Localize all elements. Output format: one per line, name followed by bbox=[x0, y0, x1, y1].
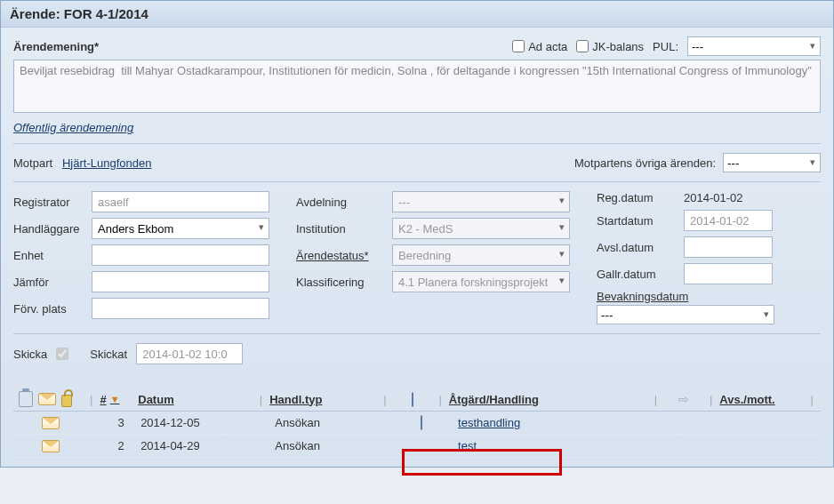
envelope-icon bbox=[42, 417, 60, 429]
col-atgard[interactable]: Åtgärd/Handling bbox=[449, 393, 647, 406]
arendemening-label: Ärendemening* bbox=[13, 40, 99, 53]
ad-acta-input[interactable] bbox=[512, 40, 525, 52]
registrator-label: Registrator bbox=[13, 196, 84, 209]
row-typ: Ansökan bbox=[275, 439, 384, 452]
motpart-other-select[interactable] bbox=[723, 153, 821, 172]
klass-label: Klassificering bbox=[296, 276, 385, 289]
window-title: Ärende: FOR 4-1/2014 bbox=[10, 6, 148, 21]
lock-icon[interactable] bbox=[61, 395, 72, 407]
trash-icon[interactable] bbox=[19, 391, 33, 407]
offentlig-link[interactable]: Offentlig ärendemening bbox=[13, 121, 133, 134]
avsldatum-label: Avsl.datum bbox=[597, 241, 677, 254]
col-handltyp[interactable]: Handl.typ bbox=[269, 393, 376, 406]
col-datum[interactable]: Datum bbox=[138, 393, 253, 406]
ad-acta-checkbox[interactable]: Ad acta bbox=[512, 40, 567, 53]
table-header: | # ▼ Datum | Handl.typ | | Åtgärd/Handl… bbox=[13, 388, 821, 412]
envelope-header-icon[interactable] bbox=[38, 393, 56, 405]
row-title-link[interactable]: test bbox=[458, 439, 477, 452]
institution-select[interactable] bbox=[392, 218, 570, 239]
row-num: 2 bbox=[101, 439, 140, 452]
pul-select[interactable] bbox=[687, 36, 821, 56]
jk-balans-label: JK-balans bbox=[592, 40, 644, 53]
startdatum-input[interactable] bbox=[684, 210, 773, 231]
skicka-row: Skicka Skickat bbox=[13, 343, 821, 364]
jk-balans-checkbox[interactable]: JK-balans bbox=[576, 40, 644, 53]
arrow-header-icon: ⇨ bbox=[678, 392, 689, 406]
avsldatum-input[interactable] bbox=[684, 236, 773, 258]
jk-balans-input[interactable] bbox=[576, 40, 589, 52]
description-textarea[interactable]: Beviljat resebidrag till Mahyar Ostadkar… bbox=[13, 60, 821, 113]
row-date: 2014-12-05 bbox=[140, 416, 258, 429]
avdelning-label: Avdelning bbox=[296, 196, 385, 209]
handlaggare-label: Handläggare bbox=[13, 222, 84, 236]
startdatum-label: Startdatum bbox=[597, 214, 677, 228]
forv-input[interactable] bbox=[92, 298, 269, 319]
gallrdatum-label: Gallr.datum bbox=[597, 268, 677, 281]
status-select[interactable] bbox=[392, 244, 570, 266]
skickat-input[interactable] bbox=[136, 343, 243, 364]
gallrdatum-input[interactable] bbox=[684, 263, 773, 284]
form-section: Registrator Handläggare Enhet Jämför bbox=[13, 191, 821, 334]
doc-icon[interactable] bbox=[421, 415, 422, 430]
jamfor-label: Jämför bbox=[13, 276, 84, 289]
bevak-select[interactable] bbox=[597, 305, 774, 324]
sort-desc-icon: ▼ bbox=[110, 394, 120, 404]
status-label: Ärendestatus* bbox=[296, 249, 385, 262]
doc-header-icon[interactable] bbox=[412, 392, 413, 407]
institution-label: Institution bbox=[296, 222, 385, 236]
row-date: 2014-04-29 bbox=[140, 439, 258, 452]
documents-table: | # ▼ Datum | Handl.typ | | Åtgärd/Handl… bbox=[13, 388, 821, 458]
regdatum-value: 2014-01-02 bbox=[684, 191, 743, 204]
col-avs[interactable]: Avs./mott. bbox=[719, 393, 803, 406]
enhet-label: Enhet bbox=[13, 249, 84, 262]
case-window: Ärende: FOR 4-1/2014 Ärendemening* Ad ac… bbox=[0, 0, 834, 468]
enhet-input[interactable] bbox=[92, 244, 269, 266]
skicka-checkbox[interactable] bbox=[56, 348, 68, 360]
motpart-section: Motpart Hjärt-Lungfonden Motpartens övri… bbox=[13, 153, 821, 182]
mid-column: Avdelning Institution Ärendestatus* Klas… bbox=[296, 191, 570, 324]
table-row[interactable]: | 3 2014-12-05 | Ansökan | | testhandlin… bbox=[13, 412, 821, 435]
ad-acta-label: Ad acta bbox=[528, 40, 567, 53]
row-title-link[interactable]: testhandling bbox=[458, 416, 520, 429]
handlaggare-select[interactable] bbox=[92, 218, 269, 239]
titlebar: Ärende: FOR 4-1/2014 bbox=[1, 1, 833, 28]
description-section: Ärendemening* Ad acta JK-balans PUL: bbox=[13, 36, 821, 144]
pul-label: PUL: bbox=[653, 40, 678, 53]
motpart-other-label: Motpartens övriga ärenden: bbox=[574, 156, 716, 170]
klass-select[interactable] bbox=[392, 271, 570, 292]
left-column: Registrator Handläggare Enhet Jämför bbox=[13, 191, 269, 324]
col-num[interactable]: # ▼ bbox=[100, 393, 138, 406]
forv-label: Förv. plats bbox=[13, 302, 84, 316]
bevak-label: Bevakningsdatum bbox=[597, 290, 774, 303]
avdelning-select[interactable] bbox=[392, 191, 570, 212]
table-row[interactable]: | 2 2014-04-29 | Ansökan | | test | | bbox=[13, 435, 821, 458]
skickat-label: Skickat bbox=[90, 348, 127, 361]
motpart-label: Motpart bbox=[13, 156, 52, 170]
motpart-link[interactable]: Hjärt-Lungfonden bbox=[62, 156, 151, 170]
skicka-label: Skicka bbox=[13, 348, 47, 361]
jamfor-input[interactable] bbox=[92, 271, 269, 292]
regdatum-label: Reg.datum bbox=[597, 191, 677, 204]
registrator-input[interactable] bbox=[92, 191, 269, 212]
right-column: Reg.datum 2014-01-02 Startdatum Avsl.dat… bbox=[597, 191, 774, 324]
row-num: 3 bbox=[101, 416, 140, 429]
row-typ: Ansökan bbox=[275, 416, 384, 429]
envelope-icon bbox=[42, 440, 60, 452]
